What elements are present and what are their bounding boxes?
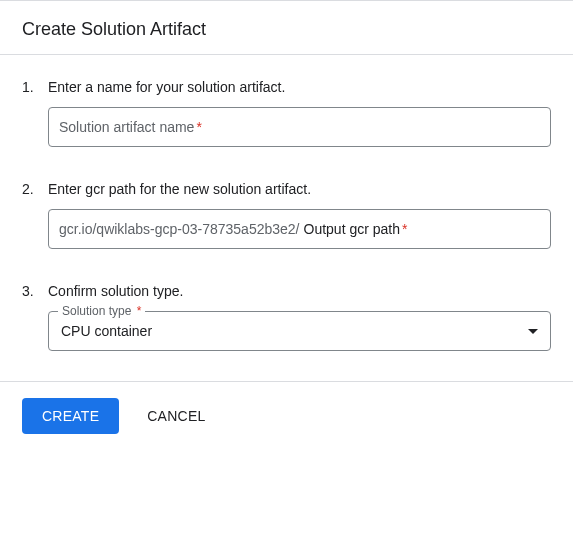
solution-type-select[interactable]: Solution type * CPU container bbox=[48, 311, 551, 351]
select-value: CPU container bbox=[61, 323, 528, 339]
step-3: 3. Confirm solution type. bbox=[22, 283, 551, 299]
select-label: Solution type * bbox=[58, 304, 145, 318]
required-marker: * bbox=[402, 221, 407, 237]
dialog-header: Create Solution Artifact bbox=[0, 1, 573, 55]
step-1: 1. Enter a name for your solution artifa… bbox=[22, 79, 551, 95]
input-placeholder: Solution artifact name bbox=[59, 119, 194, 135]
input-placeholder: Output gcr path bbox=[304, 221, 401, 237]
create-solution-artifact-dialog: Create Solution Artifact 1. Enter a name… bbox=[0, 0, 573, 450]
dialog-footer: Create Cancel bbox=[0, 381, 573, 450]
gcr-path-input[interactable]: gcr.io/qwiklabs-gcp-03-78735a52b3e2/ Out… bbox=[48, 209, 551, 249]
gcr-prefix: gcr.io/qwiklabs-gcp-03-78735a52b3e2/ bbox=[59, 221, 300, 237]
step-2: 2. Enter gcr path for the new solution a… bbox=[22, 181, 551, 197]
step-number: 2. bbox=[22, 181, 48, 197]
step-text: Enter a name for your solution artifact. bbox=[48, 79, 285, 95]
step-text: Confirm solution type. bbox=[48, 283, 183, 299]
cancel-button[interactable]: Cancel bbox=[147, 398, 205, 434]
step-number: 1. bbox=[22, 79, 48, 95]
solution-name-input[interactable]: Solution artifact name * bbox=[48, 107, 551, 147]
field-solution-type: Solution type * CPU container bbox=[22, 311, 551, 351]
field-solution-name: Solution artifact name * bbox=[22, 107, 551, 147]
field-gcr-path: gcr.io/qwiklabs-gcp-03-78735a52b3e2/ Out… bbox=[22, 209, 551, 249]
dialog-content: 1. Enter a name for your solution artifa… bbox=[0, 55, 573, 381]
step-text: Enter gcr path for the new solution arti… bbox=[48, 181, 311, 197]
page-title: Create Solution Artifact bbox=[22, 19, 551, 40]
required-marker: * bbox=[196, 119, 201, 135]
chevron-down-icon bbox=[528, 329, 538, 334]
create-button[interactable]: Create bbox=[22, 398, 119, 434]
step-number: 3. bbox=[22, 283, 48, 299]
